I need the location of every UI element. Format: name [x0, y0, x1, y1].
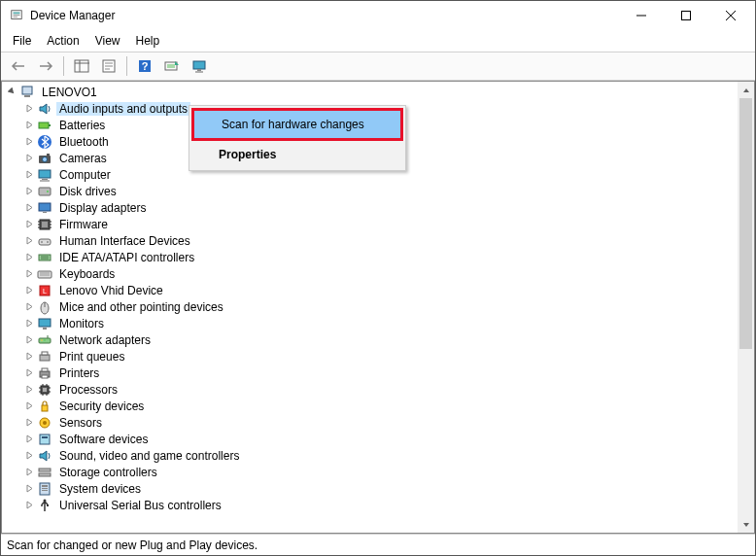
- menubar: File Action View Help: [1, 30, 755, 52]
- printer-icon: [37, 365, 52, 381]
- svg-rect-20: [197, 69, 201, 71]
- battery-icon: [37, 118, 52, 133]
- ctx-scan-hardware[interactable]: Scan for hardware changes: [191, 108, 403, 141]
- tree-item[interactable]: Sound, video and game controllers: [6, 447, 738, 464]
- monitor-button[interactable]: [188, 54, 211, 78]
- ctx-properties[interactable]: Properties: [191, 141, 403, 168]
- svg-point-91: [41, 504, 43, 506]
- svg-point-62: [44, 339, 46, 341]
- close-button[interactable]: [708, 1, 753, 30]
- bluetooth-icon: [37, 134, 52, 150]
- tree-item[interactable]: Mice and other pointing devices: [6, 298, 738, 315]
- tree-root-label: LENOVO1: [39, 86, 100, 99]
- scrollbar[interactable]: [738, 82, 754, 533]
- menu-view[interactable]: View: [87, 32, 128, 50]
- scroll-down-button[interactable]: [738, 516, 754, 533]
- expander-icon[interactable]: [23, 467, 35, 478]
- svg-rect-64: [40, 355, 50, 361]
- tree-item-label: Printers: [56, 366, 102, 380]
- tree-item[interactable]: Human Interface Devices: [6, 232, 738, 249]
- svg-rect-3: [14, 17, 17, 17]
- expander-icon[interactable]: [23, 186, 35, 197]
- svg-rect-35: [39, 203, 51, 211]
- svg-rect-88: [42, 488, 48, 489]
- sound-icon: [37, 448, 52, 464]
- expander-icon[interactable]: [23, 103, 35, 115]
- sensor-icon: [37, 415, 52, 431]
- expander-icon[interactable]: [23, 434, 35, 445]
- expander-icon[interactable]: [23, 450, 35, 462]
- menu-action[interactable]: Action: [39, 32, 86, 50]
- expander-icon[interactable]: [23, 169, 35, 181]
- tree-item[interactable]: Monitors: [6, 315, 738, 331]
- forward-button[interactable]: [34, 54, 57, 78]
- properties-button[interactable]: [97, 54, 120, 78]
- tree-item[interactable]: LLenovo Vhid Device: [6, 282, 738, 298]
- expander-icon[interactable]: [23, 235, 35, 247]
- scan-hardware-button[interactable]: [160, 54, 184, 78]
- expander-icon[interactable]: [23, 334, 35, 346]
- maximize-button[interactable]: [664, 1, 708, 30]
- expander-icon[interactable]: [23, 268, 35, 280]
- tree-item[interactable]: IDE ATA/ATAPI controllers: [6, 249, 738, 265]
- toolbar: ?: [1, 52, 755, 81]
- tree-item[interactable]: Security devices: [6, 398, 738, 414]
- tree-item[interactable]: Storage controllers: [6, 464, 738, 480]
- expander-icon[interactable]: [23, 136, 35, 148]
- tree-item[interactable]: Network adapters: [6, 331, 738, 348]
- tree-item[interactable]: Disk drives: [6, 183, 738, 199]
- expander-icon[interactable]: [23, 500, 35, 511]
- expander-icon[interactable]: [23, 301, 35, 313]
- svg-point-34: [47, 191, 49, 192]
- svg-point-28: [43, 156, 48, 161]
- tree-item[interactable]: Display adapters: [6, 199, 738, 216]
- expander-icon[interactable]: [23, 417, 35, 429]
- tree-item-label: Storage controllers: [56, 466, 160, 479]
- tree-item[interactable]: Sensors: [6, 414, 738, 431]
- window-controls: [619, 1, 753, 30]
- tree-item[interactable]: Keyboards: [6, 265, 738, 282]
- minimize-button[interactable]: [619, 1, 664, 30]
- tree-item-label: Sensors: [56, 416, 105, 430]
- tree-item-label: Firmware: [56, 218, 111, 231]
- audio-icon: [37, 101, 52, 117]
- expander-icon[interactable]: [23, 400, 35, 412]
- expander-icon[interactable]: [23, 219, 35, 230]
- expander-icon[interactable]: [23, 285, 35, 296]
- tree-item[interactable]: System devices: [6, 480, 738, 497]
- tree-item[interactable]: Printers: [6, 365, 738, 381]
- tree-item-label: Security devices: [56, 400, 147, 413]
- tree-item-label: Audio inputs and outputs: [56, 102, 190, 116]
- tree-item-label: Cameras: [56, 152, 110, 165]
- camera-icon: [37, 151, 52, 166]
- mouse-icon: [37, 299, 52, 315]
- menu-file[interactable]: File: [5, 32, 39, 50]
- tree-item[interactable]: Firmware: [6, 216, 738, 232]
- show-hide-console-tree-button[interactable]: [70, 54, 93, 78]
- help-button[interactable]: ?: [133, 54, 156, 78]
- tree-item-label: System devices: [56, 482, 144, 496]
- toolbar-separator: [63, 56, 64, 76]
- tree-item[interactable]: Processors: [6, 381, 738, 398]
- expander-icon[interactable]: [6, 87, 17, 98]
- expander-icon[interactable]: [23, 120, 35, 131]
- expander-icon[interactable]: [23, 153, 35, 164]
- tree-root[interactable]: LENOVO1: [6, 84, 738, 100]
- expander-icon[interactable]: [23, 384, 35, 396]
- tree-item[interactable]: Print queues: [6, 348, 738, 365]
- expander-icon[interactable]: [23, 202, 35, 214]
- expander-icon[interactable]: [23, 318, 35, 330]
- scroll-up-button[interactable]: [738, 82, 754, 98]
- tree-item-label: Monitors: [56, 317, 107, 330]
- expander-icon[interactable]: [23, 252, 35, 263]
- expander-icon[interactable]: [23, 483, 35, 495]
- back-button[interactable]: [7, 54, 30, 78]
- tree-item-label: Software devices: [56, 433, 151, 446]
- expander-icon[interactable]: [23, 367, 35, 379]
- scroll-thumb[interactable]: [739, 98, 752, 349]
- tree-item[interactable]: Universal Serial Bus controllers: [6, 497, 738, 513]
- menu-help[interactable]: Help: [128, 32, 168, 50]
- tree-item[interactable]: Software devices: [6, 431, 738, 447]
- expander-icon[interactable]: [23, 351, 35, 363]
- scroll-track[interactable]: [738, 98, 754, 516]
